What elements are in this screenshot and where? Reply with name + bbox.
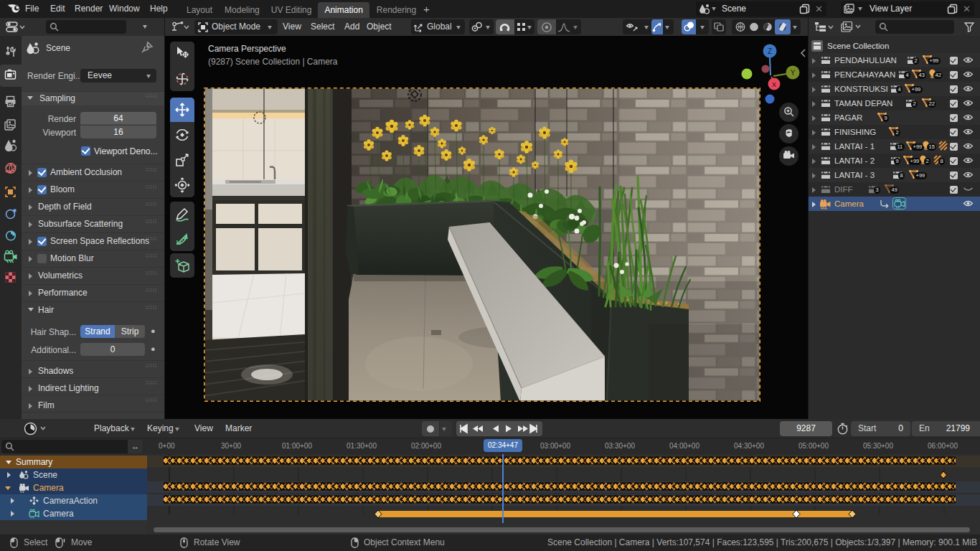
svg-text:X: X (772, 81, 776, 88)
svg-text:Y: Y (791, 69, 796, 77)
svg-text:Z: Z (768, 47, 772, 55)
